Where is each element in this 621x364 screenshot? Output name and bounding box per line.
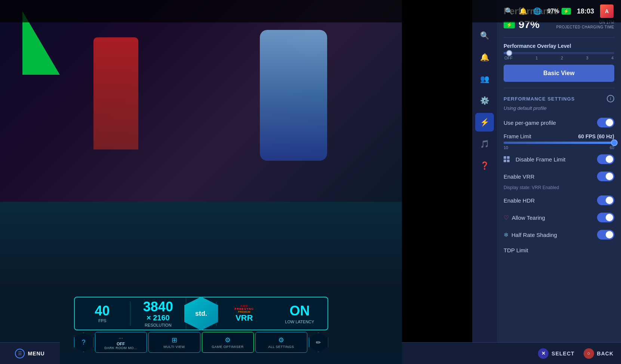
freesync-premium: Premium [238,311,250,313]
fps-slider-container[interactable]: 10 60 [497,139,621,151]
freesync-logo: FreeSync [234,308,254,311]
sidebar-item-search[interactable]: 🔍 [475,26,494,45]
enable-hdr-row: Enable HDR [497,192,621,209]
fps-slider-thumb[interactable] [611,139,618,146]
status-bar: 🔍 🔔 🌐 97% ⚡ 18:03 A [0,0,621,22]
hud-help-button[interactable]: ? [74,333,93,352]
fps-slider-track[interactable] [504,142,614,144]
battery-icon: ⚡ [562,8,571,15]
hud-center-hex: std. [184,297,218,330]
enable-vrr-toggle[interactable] [597,172,614,181]
slider-label-3: 3 [586,56,588,60]
grid-icon [504,156,510,162]
perf-settings-header: PERFORMANCE SETTINGS i [497,91,621,105]
hud-fps-value: 40 [95,304,110,318]
disable-frame-toggle[interactable] [597,154,614,164]
hud-main: 40 FPS 3840 × 2160 Resolution std. AMD F… [74,297,328,330]
hud-game-optimiser-icon: ⚙ [225,336,231,344]
overlay-slider-thumb[interactable] [506,50,512,56]
sidebar: 🔍 🔔 👥 ⚙️ ⚡ 🎵 ❓ [472,0,497,364]
hud-game-optimiser-button[interactable]: ⚙ Game Optimiser [202,332,254,353]
enable-hdr-knob [606,197,613,204]
overlay-slider-labels: OFF 1 2 3 4 [504,56,614,60]
allow-tearing-toggle[interactable] [597,213,614,222]
slider-label-1: 1 [535,56,538,60]
hud-dark-room-label: Dark Room Mo... [104,346,137,350]
frame-limit-row: Frame Limit 60 FPS (60 Hz) [497,131,621,139]
sidebar-item-settings[interactable]: ⚙️ [475,91,494,110]
snowflake-icon: ❄ [504,231,508,238]
hud-latency-label: Low Latency [285,320,314,324]
allow-tearing-row: ♡ Allow Tearing [497,209,621,226]
tdp-limit-row: TDP Limit [497,243,621,257]
vrr-status-text: Display state: VRR Enabled [497,185,621,192]
hud-resolution-label: Resolution [145,323,172,327]
globe-icon[interactable]: 🌐 [533,7,541,15]
hud-fps-label: FPS [98,318,106,323]
notification-icon[interactable]: 🔔 [519,7,527,15]
hud-all-settings-button[interactable]: ⚙ All Settings [255,332,307,353]
hud-dark-room-button[interactable]: ··· OFF Dark Room Mo... [95,332,147,353]
sidebar-item-notifications[interactable]: 🔔 [475,48,494,67]
allow-tearing-label-area: ♡ Allow Tearing [504,214,545,221]
fps-slider-fill [504,142,614,144]
hud-multi-view-button[interactable]: ⊞ Multi View [148,332,200,353]
time-display: 18:03 [577,7,594,15]
divider-1 [504,37,614,38]
enable-vrr-label: Enable VRR [504,173,535,180]
select-label: SELECT [551,351,574,357]
heart-icon: ♡ [504,214,509,221]
slider-label-2: 2 [561,56,563,60]
battery-percent: 97% [547,8,559,15]
overlay-slider-container[interactable]: OFF 1 2 3 4 [497,50,621,62]
hud-overlay: 40 FPS 3840 × 2160 Resolution std. AMD F… [74,297,328,353]
default-profile-text: Using default profile [497,105,621,114]
menu-text: MENU [28,351,44,357]
hud-edit-button[interactable]: ✏ [309,333,328,352]
info-icon[interactable]: i [607,95,614,102]
enable-hdr-toggle[interactable] [597,195,614,205]
disable-frame-row: Disable Frame Limit [497,151,621,168]
half-rate-label-area: ❄ Half Rate Shading [504,231,557,238]
select-button[interactable]: ✕ SELECT [538,348,574,359]
hud-on-value: ON [289,303,310,319]
o-button-icon: ○ [584,348,594,359]
search-icon[interactable]: 🔍 [505,7,513,15]
back-button[interactable]: ○ BACK [584,348,614,359]
hud-latency-stat: ON Low Latency [272,300,327,327]
basic-view-button[interactable]: Basic View [504,65,614,82]
hud-resolution-sub: × 2160 [147,314,170,322]
divider-2 [504,88,614,88]
use-per-game-label: Use per-game profile [504,120,556,126]
menu-icon: ☰ [15,349,25,358]
hud-vrr-stat: AMD FreeSync Premium VRR [216,302,272,326]
allow-tearing-knob [606,214,613,221]
slider-label-4: 4 [611,56,614,60]
half-rate-toggle[interactable] [597,230,614,240]
sidebar-item-friends[interactable]: 👥 [475,70,494,88]
use-per-game-toggle[interactable] [597,118,614,127]
avatar[interactable]: A [600,4,614,18]
use-per-game-row: Use per-game profile [497,114,621,131]
sidebar-item-performance[interactable]: ⚡ [475,113,494,132]
hud-all-settings-icon: ⚙ [278,336,284,344]
hud-dark-room-value: OFF [117,342,125,346]
disable-frame-label-area: Disable Frame Limit [504,156,565,163]
projected-charging-label: PROJECTED CHARGING TIME [556,25,614,29]
hud-dots: ··· [119,335,123,341]
sidebar-item-music[interactable]: 🎵 [475,135,494,153]
bottom-bar: ✕ SELECT ○ BACK [402,342,621,364]
overlay-slider-track[interactable] [504,52,614,54]
enable-vrr-knob [606,173,613,180]
half-rate-shading-row: ❄ Half Rate Shading [497,226,621,243]
game-area: 40 FPS 3840 × 2160 Resolution std. AMD F… [0,0,402,364]
hud-center-text: std. [195,310,207,318]
sidebar-item-help[interactable]: ❓ [475,156,494,175]
overlay-level-label: Performance Overlay Level [497,41,621,50]
game-bg-top [0,0,402,202]
menu-label-area: ☰ MENU [0,342,60,364]
frame-limit-label: Frame Limit [504,133,531,139]
hud-toolbar: ? ··· OFF Dark Room Mo... ⊞ Multi View ⚙… [74,332,328,353]
allow-tearing-label: Allow Tearing [512,215,545,221]
slider-label-off: OFF [504,56,513,60]
